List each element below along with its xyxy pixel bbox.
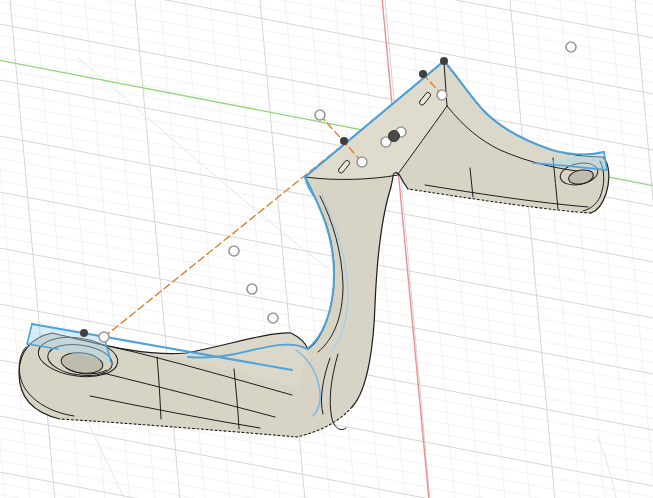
background-grid bbox=[0, 472, 653, 498]
background-grid bbox=[510, 0, 555, 498]
background-grid bbox=[0, 0, 653, 4]
sketch-point-hollow[interactable] bbox=[268, 313, 278, 323]
sketch-point-hollow[interactable] bbox=[566, 42, 576, 52]
background-grid bbox=[485, 0, 530, 498]
background-grid bbox=[0, 0, 653, 94]
background-grid bbox=[0, 0, 653, 27]
viewport-canvas[interactable] bbox=[0, 0, 653, 498]
background-grid bbox=[535, 0, 580, 498]
sketch-point-filled[interactable] bbox=[340, 137, 348, 145]
background-grid bbox=[560, 0, 605, 498]
background-grid bbox=[0, 24, 653, 150]
sketch-point-filled[interactable] bbox=[80, 329, 88, 337]
sketch-point-filled[interactable] bbox=[440, 57, 448, 65]
background-grid bbox=[0, 2, 653, 128]
faint-sketch-arc-lower-right bbox=[598, 438, 616, 498]
background-grid bbox=[585, 0, 630, 498]
sketch-point-hollow[interactable] bbox=[437, 90, 447, 100]
background-grid bbox=[0, 0, 653, 72]
background-grid bbox=[0, 0, 653, 38]
sketch-point-hollow[interactable] bbox=[315, 110, 325, 120]
background-grid bbox=[460, 0, 505, 498]
sketch-point-hollow[interactable] bbox=[99, 332, 109, 342]
faint-sketch-arc-lower-left bbox=[86, 418, 124, 498]
construction-line-long[interactable] bbox=[104, 149, 338, 337]
sketch-point-hollow[interactable] bbox=[247, 284, 257, 294]
sketch-point-hollow[interactable] bbox=[357, 157, 367, 167]
sketch-point-filled-large[interactable] bbox=[389, 131, 400, 142]
cad-viewport[interactable] bbox=[0, 0, 653, 498]
sketch-point-hollow[interactable] bbox=[229, 246, 239, 256]
background-grid bbox=[0, 13, 653, 139]
sketch-point-filled[interactable] bbox=[419, 70, 427, 78]
